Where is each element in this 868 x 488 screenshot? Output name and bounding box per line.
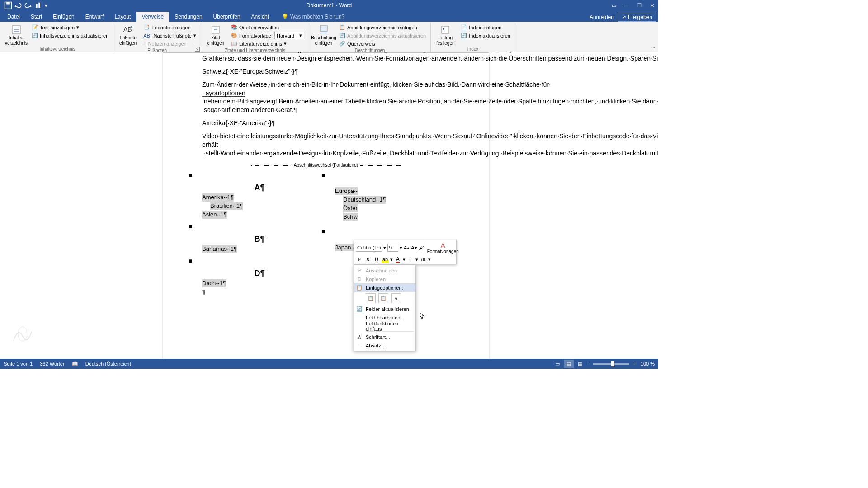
zoom-percent[interactable]: 100 % xyxy=(641,361,655,366)
ctx-cut[interactable]: ✂Ausschneiden xyxy=(354,266,415,275)
crossref-button[interactable]: 🔗 Querverweis xyxy=(337,40,428,47)
proofing-icon[interactable]: 📖 xyxy=(72,361,78,367)
page-indicator[interactable]: Seite 1 von 1 xyxy=(4,361,33,366)
text: abzustimmen.·Wenn·Sie·auf·"Design"·klick… xyxy=(202,52,472,53)
tell-me-placeholder: Was möchten Sie tun? xyxy=(290,14,344,20)
tell-me-search[interactable]: 💡 Was möchten Sie tun? xyxy=(278,12,348,22)
insert-figtable-button[interactable]: 📋 Abbildungsverzeichnis einfügen xyxy=(337,23,428,31)
save-icon[interactable] xyxy=(4,1,13,10)
paragraph[interactable]: abzustimmen.·Wenn·Sie·auf·"Design"·klick… xyxy=(202,52,450,63)
next-footnote-button[interactable]: AB¹ Nächste Fußnote ▾ xyxy=(142,32,198,39)
idx-entry[interactable]: Schw xyxy=(343,213,358,221)
format-painter-icon[interactable]: 🖌 xyxy=(419,244,424,251)
tab-file[interactable]: Datei xyxy=(2,12,25,22)
text: Amerika xyxy=(202,119,225,127)
decrease-font-icon[interactable]: A▾ xyxy=(411,244,417,251)
font-name-input[interactable] xyxy=(356,244,382,252)
insert-index-button[interactable]: 📄 Index einfügen xyxy=(459,23,512,31)
maximize-icon[interactable]: ❐ xyxy=(633,0,646,11)
increase-font-icon[interactable]: A▴ xyxy=(404,244,410,251)
mark-entry-button[interactable]: Eintrag festlegen xyxy=(434,23,457,46)
tab-view[interactable]: Ansicht xyxy=(246,12,274,22)
tab-references[interactable]: Verweise xyxy=(136,12,169,22)
styles-button[interactable]: AFormatvorlagen xyxy=(425,241,461,254)
touch-icon[interactable] xyxy=(33,1,42,10)
zoom-in-icon[interactable]: + xyxy=(633,361,636,366)
paste-merge[interactable]: 📋 xyxy=(378,293,388,303)
close-icon[interactable]: ✕ xyxy=(646,0,658,11)
page[interactable]: abzustimmen.·Wenn·Sie·auf·"Design"·klick… xyxy=(163,52,489,359)
update-index-button[interactable]: 🔄 Index aktualisieren xyxy=(459,32,512,39)
share-button[interactable]: ↗Freigeben xyxy=(618,13,656,22)
tab-layout[interactable]: Layout xyxy=(109,12,136,22)
caption-label: Beschriftung einfügen xyxy=(311,35,336,46)
paragraph[interactable]: Zum·Ändern·der·Weise,·in·der·sich·ein·Bi… xyxy=(202,80,450,115)
idx-entry[interactable]: Dach·-1¶ xyxy=(202,279,226,287)
paste-keep-formatting[interactable]: 📋 xyxy=(366,293,376,303)
minimize-icon[interactable]: — xyxy=(620,0,633,11)
manage-sources-button[interactable]: 📚 Quellen verwalten xyxy=(229,23,306,31)
numbering-icon[interactable]: ⁝≡ xyxy=(420,256,427,263)
cut-icon: ✂ xyxy=(356,267,363,274)
language-indicator[interactable]: Deutsch (Österreich) xyxy=(85,361,131,366)
font-size-input[interactable] xyxy=(387,244,398,252)
update-toc-button[interactable]: 🔄 Inhaltsverzeichnis aktualisieren xyxy=(30,32,110,39)
read-mode-icon[interactable]: ▭ xyxy=(552,360,562,368)
entry-icon xyxy=(440,24,451,35)
idx-entry[interactable]: Amerika·-1¶ xyxy=(202,193,234,202)
idx-entry[interactable]: Deutschland·-1¶ xyxy=(343,196,386,204)
ctx-copy[interactable]: ⧉Kopieren xyxy=(354,275,415,283)
insert-endnote-button[interactable]: 📑 Endnote einfügen xyxy=(142,23,198,31)
paste-text-only[interactable]: A xyxy=(391,293,401,303)
tab-review[interactable]: Überprüfen xyxy=(208,12,246,22)
ctx-update-fields[interactable]: 🔄Felder aktualisieren xyxy=(354,305,415,313)
insert-footnote-button[interactable]: AB1 Fußnote einfügen xyxy=(116,23,140,46)
print-layout-icon[interactable]: ▤ xyxy=(564,360,574,368)
web-layout-icon[interactable]: ▦ xyxy=(575,360,585,368)
sign-in-link[interactable]: Anmelden xyxy=(590,14,614,20)
bold-icon[interactable]: F xyxy=(356,256,363,263)
show-notes-button[interactable]: ≡ Notizen anzeigen xyxy=(142,40,198,47)
highlight-icon[interactable]: ab xyxy=(382,256,389,263)
index-entry-line[interactable]: Amerika{·XE·"Amerika"·}¶ xyxy=(202,119,450,127)
text: Zum·Ändern·der·Weise,·in·der·sich·ein·Bi… xyxy=(202,81,551,88)
idx-entry[interactable]: Brasilien·-1¶ xyxy=(210,202,243,210)
zoom-slider[interactable] xyxy=(593,363,629,365)
font-color-icon[interactable]: A xyxy=(394,256,401,263)
tab-design[interactable]: Entwurf xyxy=(80,12,109,22)
redo-icon[interactable] xyxy=(24,1,33,10)
paste-label: Einfügeoptionen: xyxy=(366,285,403,291)
zoom-thumb[interactable] xyxy=(611,361,614,366)
bibliography-button[interactable]: 📖 Literaturverzeichnis ▾ xyxy=(229,40,306,47)
style-dropdown[interactable]: 🎨 Formatvorlage: Harvard▾ xyxy=(229,32,306,39)
idx-entry[interactable]: Europa·- xyxy=(335,187,358,195)
tab-mailings[interactable]: Sendungen xyxy=(169,12,208,22)
toc-button[interactable]: Inhalts- verzeichnis xyxy=(5,23,28,46)
bullets-icon[interactable]: ≣ xyxy=(407,256,414,263)
tab-start[interactable]: Start xyxy=(25,12,47,22)
insert-caption-button[interactable]: Beschriftung einfügen xyxy=(312,23,335,46)
underline-icon[interactable]: U xyxy=(373,256,380,263)
idx-entry[interactable]: Asien·-1¶ xyxy=(202,211,227,219)
style-value: Harvard xyxy=(277,33,294,38)
insert-citation-button[interactable]: Zitat einfügen xyxy=(204,23,227,46)
ctx-paragraph[interactable]: ≡Absatz… xyxy=(354,341,415,350)
paragraph[interactable]: Video·bietet·eine·leistungsstarke·Möglic… xyxy=(202,132,450,158)
footnotes-launcher-icon[interactable]: ↘ xyxy=(195,47,200,52)
italic-icon[interactable]: K xyxy=(364,256,372,263)
index-entry-line[interactable]: Schweiz{·XE·"Europa:Schweiz"·}¶ xyxy=(202,67,450,76)
update-figtable-button[interactable]: 🔄 Abbildungsverzeichnis aktualisieren xyxy=(337,32,428,39)
undo-icon[interactable] xyxy=(14,1,23,10)
ctx-toggle-codes[interactable]: Feldfunktionen ein/aus xyxy=(354,322,415,330)
idx-entry[interactable]: Öster xyxy=(343,204,358,212)
ctx-font[interactable]: ASchriftart… xyxy=(354,333,415,341)
idx-entry[interactable]: Bahamas·-1¶ xyxy=(202,245,237,253)
zoom-out-icon[interactable]: − xyxy=(586,361,589,366)
qat-dropdown-icon[interactable]: ▾ xyxy=(43,1,49,10)
collapse-ribbon-icon[interactable]: ⌃ xyxy=(652,46,656,51)
document-area[interactable]: abzustimmen.·Wenn·Sie·auf·"Design"·klick… xyxy=(0,52,658,359)
tab-insert[interactable]: Einfügen xyxy=(47,12,80,22)
add-text-button[interactable]: 📝 Text hinzufügen ▾ xyxy=(30,23,110,31)
word-count[interactable]: 362 Wörter xyxy=(40,361,64,366)
ribbon-options-icon[interactable]: ▭ xyxy=(608,0,620,11)
